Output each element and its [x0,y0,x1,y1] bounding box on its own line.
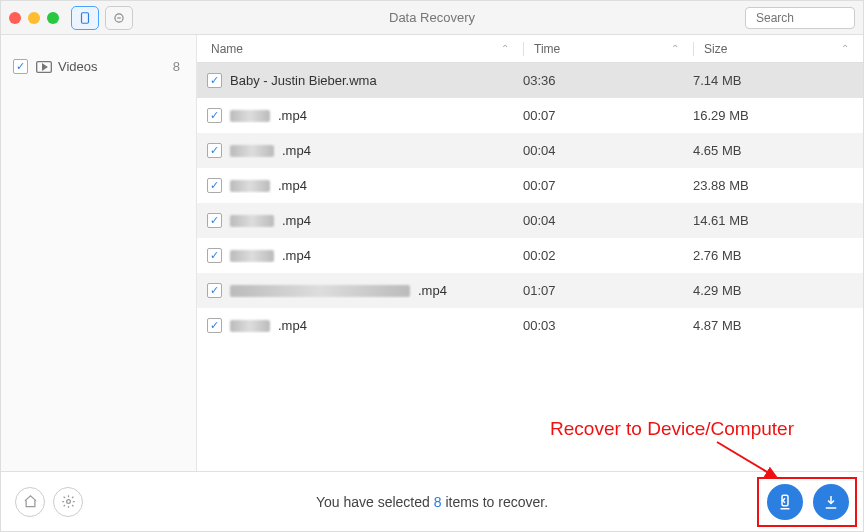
redacted-filename [230,320,270,332]
file-size-cell: 4.65 MB [693,143,863,158]
redacted-filename [230,145,274,157]
svg-point-6 [66,500,70,504]
row-checkbox[interactable]: ✓ [207,108,222,123]
sidebar-checkbox[interactable]: ✓ [13,59,28,74]
file-size-cell: 4.29 MB [693,283,863,298]
footer: You have selected 8 items to recover. [1,471,863,531]
file-name-cell: ✓.mp4 [207,213,523,228]
file-name-cell: ✓.mp4 [207,283,523,298]
recover-to-device-button[interactable] [767,484,803,520]
search-input[interactable] [756,11,864,25]
file-type-tab-button[interactable] [71,6,99,30]
close-window-button[interactable] [9,12,21,24]
file-extension: .mp4 [282,143,311,158]
file-size-cell: 16.29 MB [693,108,863,123]
window-controls [9,12,59,24]
table-row[interactable]: ✓.mp400:0716.29 MB [197,98,863,133]
file-name-cell: ✓.mp4 [207,143,523,158]
file-extension: .mp4 [278,178,307,193]
svg-rect-0 [82,12,89,23]
footer-status-text: You have selected 8 items to recover. [1,494,863,510]
file-size-cell: 2.76 MB [693,248,863,263]
file-name-cell: ✓.mp4 [207,318,523,333]
file-size-cell: 7.14 MB [693,73,863,88]
device-icon [776,493,794,511]
table-row[interactable]: ✓.mp400:0723.88 MB [197,168,863,203]
row-checkbox[interactable]: ✓ [207,73,222,88]
table-row[interactable]: ✓.mp400:0414.61 MB [197,203,863,238]
circle-icon [112,11,126,25]
file-extension: .mp4 [282,248,311,263]
table-row[interactable]: ✓Baby - Justin Bieber.wma03:367.14 MB [197,63,863,98]
download-icon [822,493,840,511]
row-checkbox[interactable]: ✓ [207,318,222,333]
minimize-window-button[interactable] [28,12,40,24]
home-icon [23,494,38,509]
file-extension: .mp4 [278,108,307,123]
file-size-cell: 4.87 MB [693,318,863,333]
titlebar: Data Recovery [1,1,863,35]
file-name-cell: ✓.mp4 [207,248,523,263]
row-checkbox[interactable]: ✓ [207,213,222,228]
file-icon [78,11,92,25]
sort-caret-icon: ⌃ [501,43,509,54]
row-checkbox[interactable]: ✓ [207,283,222,298]
file-extension: .mp4 [282,213,311,228]
sidebar-item-count: 8 [173,59,184,74]
table-body: ✓Baby - Justin Bieber.wma03:367.14 MB✓.m… [197,63,863,471]
row-checkbox[interactable]: ✓ [207,178,222,193]
row-checkbox[interactable]: ✓ [207,143,222,158]
svg-marker-5 [43,64,47,69]
file-list-content: Name ⌃ Time ⌃ Size ⌃ ✓Baby - Justin Bieb… [197,35,863,471]
redacted-filename [230,250,274,262]
table-row[interactable]: ✓.mp400:022.76 MB [197,238,863,273]
file-time-cell: 00:03 [523,318,693,333]
sort-caret-icon: ⌃ [841,43,849,54]
table-row[interactable]: ✓.mp401:074.29 MB [197,273,863,308]
file-name-cell: ✓.mp4 [207,178,523,193]
column-header-size[interactable]: Size ⌃ [693,42,863,56]
file-size-cell: 14.61 MB [693,213,863,228]
file-time-cell: 00:02 [523,248,693,263]
table-row[interactable]: ✓.mp400:044.65 MB [197,133,863,168]
other-tab-button[interactable] [105,6,133,30]
file-name-cell: ✓Baby - Justin Bieber.wma [207,73,523,88]
file-name-cell: ✓.mp4 [207,108,523,123]
sort-caret-icon: ⌃ [671,43,679,54]
redacted-filename [230,215,274,227]
file-time-cell: 01:07 [523,283,693,298]
file-size-cell: 23.88 MB [693,178,863,193]
redacted-filename [230,110,270,122]
videos-icon [36,61,52,73]
file-time-cell: 03:36 [523,73,693,88]
file-extension: .mp4 [278,318,307,333]
redacted-filename [230,285,410,297]
file-time-cell: 00:04 [523,213,693,228]
settings-button[interactable] [53,487,83,517]
maximize-window-button[interactable] [47,12,59,24]
home-button[interactable] [15,487,45,517]
column-header-time[interactable]: Time ⌃ [523,42,693,56]
table-header: Name ⌃ Time ⌃ Size ⌃ [197,35,863,63]
file-time-cell: 00:07 [523,108,693,123]
sidebar: ✓ Videos 8 [1,35,197,471]
search-input-wrapper[interactable] [745,7,855,29]
sidebar-item-label: Videos [58,59,98,74]
sidebar-item-videos[interactable]: ✓ Videos 8 [1,53,196,80]
row-checkbox[interactable]: ✓ [207,248,222,263]
table-row[interactable]: ✓.mp400:034.87 MB [197,308,863,343]
redacted-filename [230,180,270,192]
file-time-cell: 00:04 [523,143,693,158]
file-extension: .mp4 [418,283,447,298]
file-name: Baby - Justin Bieber.wma [230,73,377,88]
recover-to-computer-button[interactable] [813,484,849,520]
gear-icon [61,494,76,509]
file-time-cell: 00:07 [523,178,693,193]
column-header-name[interactable]: Name ⌃ [207,42,523,56]
